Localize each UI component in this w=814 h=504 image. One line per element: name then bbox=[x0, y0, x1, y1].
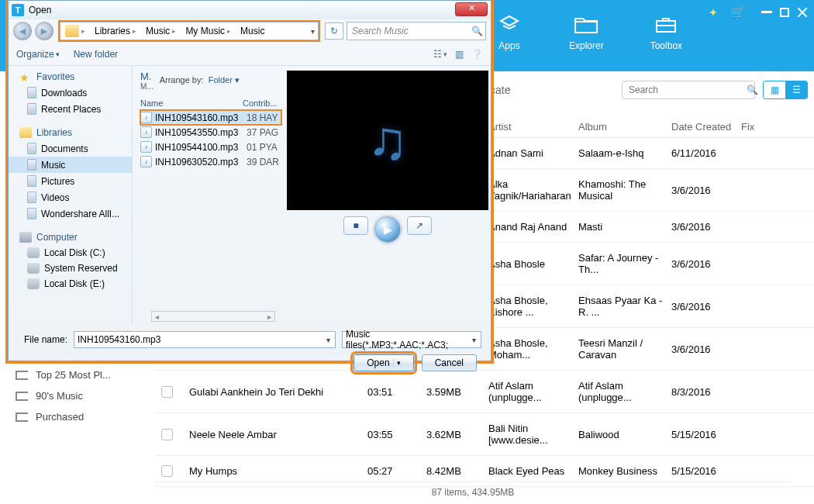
play-button[interactable]: ▶ bbox=[374, 216, 401, 243]
table-row[interactable]: Neele Neele Ambar03:553.62MBBali Nitin [… bbox=[155, 413, 814, 456]
music-note-icon: ♫ bbox=[367, 109, 409, 171]
tree-node[interactable]: Videos bbox=[9, 189, 132, 205]
cell-artist: Atif Aslam (unplugge... bbox=[488, 380, 578, 403]
tree-computer[interactable]: Computer bbox=[9, 230, 132, 245]
cell-artist: Black Eyed Peas bbox=[488, 465, 578, 477]
dialog-body: ★Favorites DownloadsRecent Places Librar… bbox=[9, 66, 491, 325]
preview-pane-button[interactable]: ▥ bbox=[455, 49, 464, 60]
folder-icon bbox=[27, 143, 36, 154]
refresh-button[interactable]: ↻ bbox=[325, 22, 343, 40]
app-icon: T bbox=[12, 4, 24, 16]
cell-album: Baliwood bbox=[578, 429, 671, 440]
folder-icon bbox=[27, 87, 36, 98]
tree-node[interactable]: Pictures bbox=[9, 173, 132, 189]
col-artist[interactable]: Artist bbox=[488, 121, 578, 133]
playlist-icon bbox=[16, 413, 28, 422]
file-row[interactable]: ♪INH109543550.mp337 PAG bbox=[140, 125, 281, 140]
tree-libraries[interactable]: Libraries bbox=[9, 125, 132, 140]
open-button[interactable]: Open▾ bbox=[354, 354, 413, 371]
col-contrib[interactable]: Contrib... bbox=[243, 98, 281, 108]
tree-node[interactable]: Documents bbox=[9, 140, 132, 157]
back-button[interactable]: ◄ bbox=[13, 22, 32, 40]
dialog-close-button[interactable]: ✕ bbox=[455, 2, 488, 16]
arrange-by-link[interactable]: Folder ▾ bbox=[209, 75, 240, 85]
cell-date: 5/15/2016 bbox=[671, 465, 741, 477]
cell-size: 3.62MB bbox=[426, 429, 488, 440]
search-icon[interactable]: 🔍 bbox=[468, 22, 485, 40]
preview-pane: ♫ ■ ▶ ↗ bbox=[285, 66, 491, 325]
new-folder-button[interactable]: New folder bbox=[74, 49, 118, 60]
forward-button[interactable]: ► bbox=[35, 22, 53, 40]
view-options-button[interactable]: ☷ ▾ bbox=[433, 49, 447, 60]
open-dialog: T Open ✕ ◄ ► ▸ Libraries▸ Music▸ My Musi… bbox=[8, 0, 492, 361]
filename-field[interactable]: INH109543160.mp3▾ bbox=[74, 331, 336, 348]
tree-node[interactable]: Music bbox=[9, 157, 132, 173]
tree-node[interactable]: Local Disk (E:) bbox=[9, 276, 132, 292]
cell-date: 5/15/2016 bbox=[671, 429, 741, 440]
chevron-down-icon[interactable]: ▾ bbox=[471, 336, 478, 344]
sidebar-item[interactable]: Purchased bbox=[16, 406, 111, 427]
sidebar-item[interactable]: 90's Music bbox=[16, 385, 111, 406]
cell-date: 3/6/2016 bbox=[671, 221, 741, 233]
crumb-dropdown[interactable]: ▾ bbox=[308, 27, 318, 36]
file-row[interactable]: ♪INH109544100.mp301 PYA bbox=[140, 140, 281, 154]
crumb-3[interactable]: Music bbox=[236, 22, 269, 40]
minimize-button[interactable] bbox=[761, 11, 772, 13]
breadcrumb-bar[interactable]: ▸ Libraries▸ Music▸ My Music▸ Music ▾ bbox=[60, 22, 319, 40]
file-columns: Name Contrib... bbox=[140, 97, 281, 110]
file-row[interactable]: ♪INH109630520.mp339 DAR bbox=[140, 154, 281, 169]
organize-button[interactable]: Organize ▾ bbox=[16, 49, 60, 60]
file-name: INH109544100.mp3 bbox=[155, 142, 243, 153]
tab-toolbox[interactable]: Toolbox bbox=[650, 14, 682, 51]
chevron-down-icon[interactable]: ▾ bbox=[325, 336, 332, 344]
tree-node[interactable]: Local Disk (C:) bbox=[9, 245, 132, 261]
toolbar-action-label[interactable]: cate bbox=[490, 84, 510, 96]
crumb-2[interactable]: My Music▸ bbox=[181, 22, 236, 40]
cancel-button[interactable]: Cancel bbox=[422, 354, 477, 371]
col-album[interactable]: Album bbox=[578, 121, 671, 133]
key-icon[interactable]: ✦ bbox=[709, 6, 718, 19]
cell-album: Teesri Manzil / Caravan bbox=[578, 337, 671, 361]
maximize-button[interactable] bbox=[780, 8, 789, 17]
cell-time: 03:55 bbox=[367, 429, 426, 440]
tree-node[interactable]: Downloads bbox=[9, 85, 132, 101]
folder-icon bbox=[27, 208, 36, 219]
tab-explorer[interactable]: Explorer bbox=[569, 14, 604, 51]
cell-date: 3/6/2016 bbox=[671, 343, 741, 355]
file-list: M. M... Arrange by: Folder ▾ Name Contri… bbox=[133, 66, 285, 325]
row-checkbox[interactable] bbox=[161, 465, 173, 477]
close-button[interactable] bbox=[797, 7, 808, 18]
dialog-search[interactable]: Search Music 🔍 bbox=[347, 22, 486, 40]
help-button[interactable]: ❔ bbox=[471, 49, 483, 60]
tree-favorites[interactable]: ★Favorites bbox=[9, 69, 132, 85]
folder-icon bbox=[27, 192, 36, 203]
tree-node[interactable]: Wondershare AllI... bbox=[9, 205, 132, 222]
filetype-filter[interactable]: Music files(*.MP3;*.AAC;*.AC3;▾ bbox=[342, 331, 481, 348]
crumb-1[interactable]: Music▸ bbox=[141, 22, 181, 40]
search-input[interactable] bbox=[627, 84, 747, 96]
horizontal-scrollbar[interactable]: ◂▸ bbox=[151, 311, 275, 322]
tree-node[interactable]: Recent Places bbox=[9, 101, 132, 117]
fullscreen-button[interactable]: ↗ bbox=[407, 216, 432, 235]
col-date[interactable]: Date Created bbox=[671, 121, 741, 133]
tree-node[interactable]: System Reserved bbox=[9, 261, 132, 276]
cart-icon[interactable]: 🛒 bbox=[730, 5, 746, 19]
tab-apps[interactable]: Apps bbox=[496, 14, 523, 51]
view-list-button[interactable]: ☰ bbox=[785, 81, 807, 98]
row-checkbox[interactable] bbox=[161, 429, 173, 440]
stop-button[interactable]: ■ bbox=[343, 216, 368, 235]
file-row[interactable]: ♪INH109543160.mp318 HAY bbox=[140, 110, 281, 125]
col-name[interactable]: Name bbox=[140, 98, 243, 108]
cell-date: 3/6/2016 bbox=[671, 258, 741, 270]
file-contrib: 37 PAG bbox=[247, 127, 281, 138]
app-search[interactable]: 🔍 bbox=[622, 81, 755, 99]
libraries-icon[interactable]: ▸ bbox=[60, 22, 90, 40]
app-tabs: Apps Explorer Toolbox bbox=[496, 14, 682, 51]
row-checkbox[interactable] bbox=[161, 386, 173, 398]
col-fix[interactable]: Fix bbox=[741, 121, 788, 133]
cell-album: Masti bbox=[578, 221, 671, 233]
crumb-0[interactable]: Libraries▸ bbox=[90, 22, 141, 40]
cell-name: Neele Neele Ambar bbox=[189, 429, 367, 440]
file-contrib: 01 PYA bbox=[247, 142, 281, 153]
view-grid-button[interactable]: ▦ bbox=[764, 81, 785, 98]
